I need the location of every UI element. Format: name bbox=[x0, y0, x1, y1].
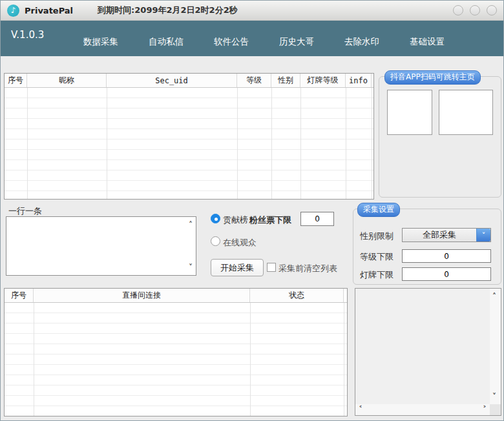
grid-line bbox=[237, 88, 238, 199]
expiry-time-label: 到期时间:2099年2月2日2时2分2秒 bbox=[98, 5, 238, 16]
user-table-body[interactable] bbox=[5, 88, 373, 199]
scroll-down-icon[interactable]: ˅ bbox=[492, 392, 496, 401]
col-room-link[interactable]: 直播间连接 bbox=[34, 289, 250, 302]
app-window: ♪ PrivatePal 到期时间:2099年2月2日2时2分2秒 V.1.0.… bbox=[0, 0, 504, 421]
qr-code-placeholder-2 bbox=[439, 90, 493, 135]
horizontal-scrollbar[interactable]: ˂ ˃ bbox=[355, 404, 490, 415]
gender-limit-value: 全部采集 bbox=[403, 229, 476, 241]
gender-limit-label: 性别限制 bbox=[360, 231, 394, 242]
scroll-left-icon[interactable]: ˂ bbox=[359, 405, 362, 414]
scrollbar-corner bbox=[490, 404, 501, 415]
links-textarea[interactable]: ˄ ˅ bbox=[6, 216, 196, 276]
scroll-down-icon[interactable]: ˅ bbox=[189, 264, 193, 271]
room-table-header: 序号 直播间连接 状态 bbox=[5, 289, 347, 303]
room-table-body[interactable] bbox=[5, 303, 347, 416]
close-button[interactable] bbox=[487, 5, 497, 15]
room-table: 序号 直播间连接 状态 bbox=[4, 288, 348, 416]
level-min-label: 等级下限 bbox=[360, 251, 394, 263]
grid-line bbox=[34, 303, 34, 416]
col-nickname[interactable]: 昵称 bbox=[27, 74, 107, 87]
qr-code-placeholder-1 bbox=[387, 90, 432, 135]
grid-line bbox=[27, 88, 28, 199]
col-room-status[interactable]: 状态 bbox=[250, 289, 344, 302]
grid-line bbox=[250, 303, 251, 416]
fan-ticket-input[interactable]: 0 bbox=[300, 212, 334, 226]
col-index[interactable]: 序号 bbox=[5, 74, 27, 87]
lines-label: 一行一条 bbox=[8, 205, 42, 217]
col-room-index[interactable]: 序号 bbox=[5, 289, 34, 302]
start-collect-button[interactable]: 开始采集 bbox=[211, 259, 264, 276]
qr-groupbox: 抖音APP扫码可跳转主页 bbox=[379, 76, 501, 198]
scroll-up-icon[interactable]: ˄ bbox=[189, 221, 193, 228]
log-panel[interactable]: ˄ ˅ ˂ ˃ bbox=[355, 288, 501, 416]
col-info[interactable]: info bbox=[346, 74, 372, 87]
collect-settings-label: 采集设置 bbox=[357, 203, 400, 217]
vertical-scrollbar[interactable]: ˄ ˅ bbox=[490, 289, 501, 404]
badge-min-input[interactable]: 0 bbox=[402, 267, 491, 281]
radio-online-viewers[interactable] bbox=[211, 236, 220, 246]
qr-panel-label: 抖音APP扫码可跳转主页 bbox=[384, 70, 481, 85]
user-table: 序号 昵称 Sec_uid 等级 性别 灯牌等级 info bbox=[4, 73, 374, 200]
radio-contribution-rank[interactable] bbox=[211, 214, 220, 223]
grid-line bbox=[107, 88, 107, 199]
nav-bar: V.1.0.3 数据采集 自动私信 软件公告 历史大哥 去除水印 基础设置 bbox=[1, 21, 503, 56]
nav-item-watermark[interactable]: 去除水印 bbox=[344, 36, 379, 48]
version-label: V.1.0.3 bbox=[11, 29, 44, 41]
clear-before-collect-checkbox[interactable] bbox=[267, 263, 276, 272]
radio-contribution-label: 贡献榜 bbox=[223, 214, 248, 226]
grid-line bbox=[271, 88, 272, 199]
scroll-right-icon[interactable]: ˃ bbox=[483, 405, 487, 414]
grid-line bbox=[344, 303, 344, 416]
grid-line bbox=[346, 88, 346, 199]
minimize-button[interactable] bbox=[453, 5, 463, 15]
app-logo-icon: ♪ bbox=[7, 5, 19, 17]
radio-online-label: 在线观众 bbox=[223, 237, 257, 249]
col-badge-level[interactable]: 灯牌等级 bbox=[300, 74, 346, 87]
badge-min-label: 灯牌下限 bbox=[360, 269, 394, 281]
title-bar: ♪ PrivatePal 到期时间:2099年2月2日2时2分2秒 bbox=[1, 1, 503, 21]
collect-settings-groupbox: 采集设置 性别限制 全部采集 ˅ 等级下限 0 灯牌下限 0 bbox=[353, 209, 501, 285]
nav-item-settings[interactable]: 基础设置 bbox=[410, 36, 445, 48]
col-gender[interactable]: 性别 bbox=[271, 74, 300, 87]
window-controls bbox=[453, 5, 497, 15]
clear-before-collect-label: 采集前清空列表 bbox=[278, 263, 337, 274]
maximize-button[interactable] bbox=[470, 5, 480, 15]
grid-line bbox=[300, 88, 301, 199]
nav-item-data-collect[interactable]: 数据采集 bbox=[83, 36, 118, 48]
nav-item-announcement[interactable]: 软件公告 bbox=[214, 36, 249, 48]
user-table-header: 序号 昵称 Sec_uid 等级 性别 灯牌等级 info bbox=[5, 74, 373, 88]
fan-ticket-label: 粉丝票下限 bbox=[249, 214, 291, 226]
grid-line bbox=[372, 88, 372, 199]
app-title: PrivatePal bbox=[25, 6, 73, 15]
gender-limit-dropdown[interactable]: 全部采集 ˅ bbox=[402, 228, 491, 242]
nav-item-history[interactable]: 历史大哥 bbox=[279, 36, 314, 48]
scroll-up-icon[interactable]: ˄ bbox=[492, 292, 496, 301]
level-min-input[interactable]: 0 bbox=[402, 249, 491, 263]
col-sec-uid[interactable]: Sec_uid bbox=[107, 74, 237, 87]
nav-item-auto-message[interactable]: 自动私信 bbox=[149, 36, 184, 48]
dropdown-arrow-icon[interactable]: ˅ bbox=[476, 229, 490, 241]
col-level[interactable]: 等级 bbox=[237, 74, 271, 87]
nav-menu: 数据采集 自动私信 软件公告 历史大哥 去除水印 基础设置 bbox=[83, 36, 445, 48]
